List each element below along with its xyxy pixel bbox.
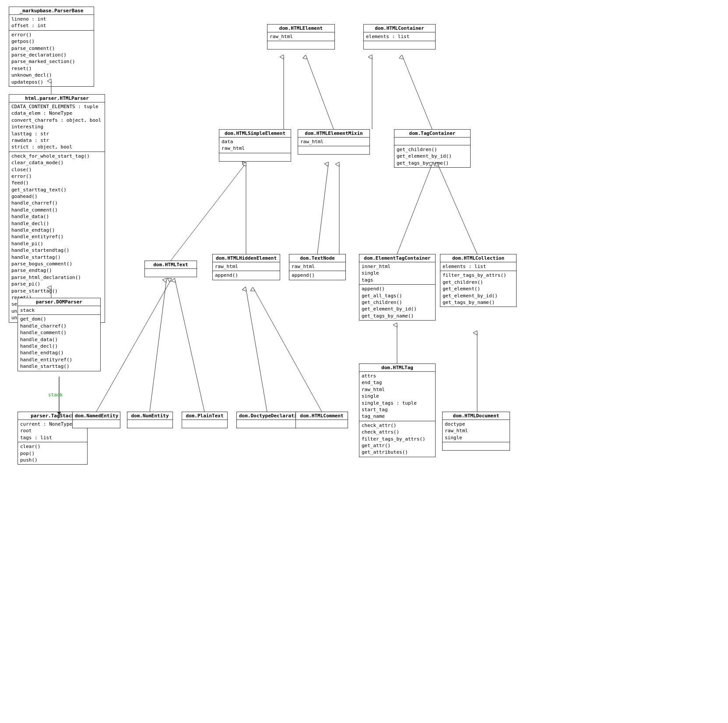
- section-methods-htmlparser: check_for_whole_start_tag() clear_cdata_…: [9, 152, 105, 322]
- class-numentity: dom.NumEntity: [127, 412, 173, 428]
- section-attrs-textnode: raw_html: [289, 262, 345, 271]
- svg-line-6: [403, 57, 432, 129]
- class-htmldocument: dom.HTMLDocument doctype raw_html single: [442, 412, 510, 451]
- arrows-svg: [0, 0, 728, 723]
- section-methods-htmlsimpleelement: [219, 153, 291, 161]
- class-name-markupbase: _markupbase.ParserBase: [9, 7, 94, 15]
- class-htmlelementmixin: dom.HTMLElementMixin raw_html: [298, 129, 370, 155]
- section-attrs-htmlparser: CDATA_CONTENT_ELEMENTS : tuple cdata_ele…: [9, 102, 105, 152]
- class-domparser: parser.DOMParser stack get_dom() handle_…: [18, 298, 101, 371]
- section-namedentity: [73, 420, 120, 428]
- class-namedentity: dom.NamedEntity: [72, 412, 120, 428]
- class-htmlcontainer: dom.HTMLContainer elements : list: [363, 24, 436, 49]
- class-name-doctypedeclaration: dom.DoctypeDeclaration: [237, 412, 297, 420]
- svg-line-14: [96, 280, 171, 412]
- section-methods-tagcontainer: get_children() get_element_by_id() get_t…: [394, 145, 470, 167]
- section-attrs-htmlelementmixin: raw_html: [298, 138, 369, 146]
- class-textnode: dom.TextNode raw_html append(): [289, 254, 346, 280]
- class-name-htmltext: dom.HTMLText: [145, 261, 197, 269]
- class-name-numentity: dom.NumEntity: [127, 412, 172, 420]
- class-plaintext: dom.PlainText: [182, 412, 228, 428]
- class-name-htmlhiddenelement: dom.HTMLHiddenElement: [213, 254, 280, 262]
- section-attrs-elementtagcontainer: inner_html single tags: [359, 262, 435, 285]
- section-methods-htmltext: [145, 269, 197, 277]
- section-attrs-markupbase: lineno : int offset : int: [9, 15, 94, 31]
- section-attrs-htmlelement: raw_html: [267, 32, 334, 41]
- section-doctypedeclaration: [237, 420, 297, 428]
- class-name-htmlsimpleelement: dom.HTMLSimpleElement: [219, 130, 291, 138]
- class-name-htmltag: dom.HTMLTag: [359, 364, 435, 372]
- class-htmltag: dom.HTMLTag attrs end_tag raw_html singl…: [359, 363, 436, 457]
- class-htmlcomment: dom.HTMLComment: [295, 412, 348, 428]
- class-name-htmlelement: dom.HTMLElement: [267, 25, 334, 32]
- section-attrs-htmlcollection: elements : list: [440, 262, 516, 271]
- section-methods-htmlhiddenelement: append(): [213, 271, 280, 279]
- class-name-htmlcontainer: dom.HTMLContainer: [364, 25, 435, 32]
- class-name-textnode: dom.TextNode: [289, 254, 345, 262]
- section-methods-tagstack: clear() pop() push(): [18, 442, 87, 464]
- class-name-htmlcollection: dom.HTMLCollection: [440, 254, 516, 262]
- stack-label: stack: [48, 392, 63, 398]
- class-tagcontainer: dom.TagContainer get_children() get_elem…: [394, 129, 471, 168]
- section-methods-htmlcontainer: [364, 41, 435, 49]
- svg-line-15: [150, 280, 166, 412]
- class-name-htmlparser: html.parser.HTMLParser: [9, 95, 105, 102]
- section-methods-htmlelementmixin: [298, 146, 369, 154]
- class-htmlsimpleelement: dom.HTMLSimpleElement data raw_html: [219, 129, 291, 162]
- class-htmlelement: dom.HTMLElement raw_html: [267, 24, 335, 49]
- section-plaintext: [182, 420, 227, 428]
- class-name-elementtagcontainer: dom.ElementTagContainer: [359, 254, 435, 262]
- section-attrs-htmlhiddenelement: raw_html: [213, 262, 280, 271]
- section-methods-htmlcollection: filter_tags_by_attrs() get_children() ge…: [440, 271, 516, 307]
- class-htmlparser: html.parser.HTMLParser CDATA_CONTENT_ELE…: [9, 94, 105, 323]
- section-methods-domparser: get_dom() handle_charref() handle_commen…: [18, 315, 100, 370]
- section-attrs-htmlcontainer: elements : list: [364, 32, 435, 41]
- section-attrs-tagcontainer: [394, 138, 470, 145]
- class-doctypedeclaration: dom.DoctypeDeclaration: [236, 412, 298, 428]
- section-methods-textnode: append(): [289, 271, 345, 279]
- class-name-plaintext: dom.PlainText: [182, 412, 227, 420]
- class-name-htmlcomment: dom.HTMLComment: [296, 412, 348, 420]
- section-attrs-htmldocument: doctype raw_html single: [443, 420, 510, 442]
- svg-line-5: [306, 57, 334, 129]
- svg-line-10: [317, 164, 328, 254]
- section-attrs-htmltag: attrs end_tag raw_html single single_tag…: [359, 372, 435, 421]
- class-name-tagcontainer: dom.TagContainer: [394, 130, 470, 138]
- svg-line-8: [171, 164, 245, 261]
- class-htmlcollection: dom.HTMLCollection elements : list filte…: [440, 254, 517, 307]
- svg-line-12: [397, 164, 432, 254]
- class-htmltext: dom.HTMLText: [144, 261, 197, 277]
- svg-line-17: [246, 289, 267, 412]
- class-markupbase: _markupbase.ParserBase lineno : int offs…: [9, 7, 94, 87]
- class-name-htmldocument: dom.HTMLDocument: [443, 412, 510, 420]
- section-numentity: [127, 420, 172, 428]
- section-methods-markupbase: error() getpos() parse_comment() parse_d…: [9, 31, 94, 86]
- svg-line-13: [438, 164, 477, 254]
- section-attrs-domparser: stack: [18, 306, 100, 315]
- section-methods-elementtagcontainer: append() get_all_tags() get_children() g…: [359, 285, 435, 320]
- section-attrs-htmlsimpleelement: data raw_html: [219, 138, 291, 153]
- section-methods-htmltag: check_attr() check_attrs() filter_tags_b…: [359, 421, 435, 457]
- svg-line-18: [254, 289, 322, 412]
- section-methods-htmlelement: [267, 41, 334, 49]
- svg-line-16: [175, 280, 204, 412]
- section-methods-htmldocument: [443, 442, 510, 450]
- class-name-htmlelementmixin: dom.HTMLElementMixin: [298, 130, 369, 138]
- section-htmlcomment: [296, 420, 348, 428]
- class-name-namedentity: dom.NamedEntity: [73, 412, 120, 420]
- class-htmlhiddenelement: dom.HTMLHiddenElement raw_html append(): [212, 254, 280, 280]
- class-elementtagcontainer: dom.ElementTagContainer inner_html singl…: [359, 254, 436, 321]
- class-name-domparser: parser.DOMParser: [18, 298, 100, 306]
